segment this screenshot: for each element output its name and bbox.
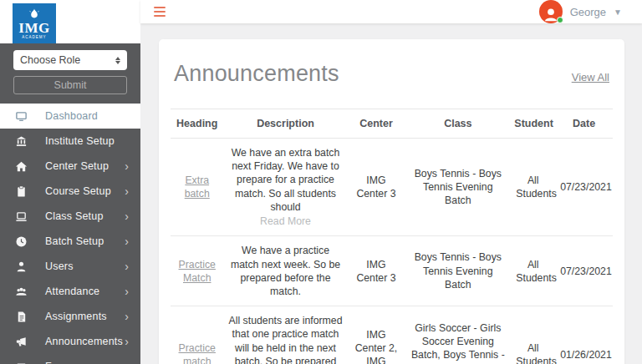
announcement-heading-link[interactable]: Practice match xyxy=(179,342,216,364)
announcement-date: 07/23/2021 xyxy=(555,139,613,236)
main-area: George ▼ Announcements View All HeadingD… xyxy=(140,0,642,364)
bank-icon xyxy=(15,135,28,148)
column-header-date: Date xyxy=(555,109,613,139)
user-icon xyxy=(15,260,28,273)
sidebar-item-institute-setup[interactable]: Institute Setup › xyxy=(0,129,140,154)
logo-strip: IMG ACADEMY xyxy=(0,0,140,43)
avatar xyxy=(539,0,563,23)
role-select-value: Choose Role xyxy=(20,54,80,66)
chevron-right-icon: › xyxy=(125,311,129,322)
megaphone-icon xyxy=(15,336,28,348)
laptop-icon xyxy=(15,210,28,223)
column-header-center: Center xyxy=(348,109,405,139)
monitor-icon xyxy=(15,110,28,123)
group-icon xyxy=(15,286,28,298)
chevron-right-icon: › xyxy=(125,361,129,364)
online-status-dot xyxy=(557,17,563,23)
table-row: Practice Match We have a practice match … xyxy=(171,236,613,306)
announcement-heading-link[interactable]: Extra batch xyxy=(185,174,210,200)
chevron-right-icon: › xyxy=(125,336,129,347)
announcement-description: We have an extra batch next Friday. We h… xyxy=(232,147,340,213)
list-icon xyxy=(15,361,28,364)
sidebar-item-assignments[interactable]: Assignments › xyxy=(0,304,140,329)
read-more-link[interactable]: Read More xyxy=(228,215,342,228)
sidebar-item-dashboard[interactable]: Dashboard › xyxy=(0,104,140,129)
logo-brand-text: IMG xyxy=(18,22,49,35)
table-header-row: HeadingDescriptionCenterClassStudentDate xyxy=(171,109,613,139)
column-header-description: Description xyxy=(223,109,347,139)
page-title: Announcements xyxy=(174,61,339,87)
column-header-class: Class xyxy=(405,109,511,139)
sidebar-item-attendance[interactable]: Attendance › xyxy=(0,279,140,304)
announcement-description: All students are informed that one pract… xyxy=(229,315,343,364)
sidebar-item-fees[interactable]: Fees › xyxy=(0,354,140,364)
chevron-right-icon: › xyxy=(125,210,129,222)
chevron-right-icon: › xyxy=(125,185,129,197)
clock-icon xyxy=(15,235,28,248)
sidebar-item-class-setup[interactable]: Class Setup › xyxy=(0,204,140,229)
column-header-heading: Heading xyxy=(171,109,223,139)
user-menu[interactable]: George ▼ xyxy=(539,0,622,23)
app-window: IMG ACADEMY Choose Role Submit Dashboard… xyxy=(0,0,642,364)
sidebar-item-batch-setup[interactable]: Batch Setup › xyxy=(0,229,140,254)
sidebar-item-center-setup[interactable]: Center Setup › xyxy=(0,154,140,179)
chevron-right-icon: › xyxy=(125,235,129,247)
announcement-center: IMG Center 3 xyxy=(348,139,405,236)
announcement-date: 01/26/2021 xyxy=(555,306,613,364)
chevron-right-icon: › xyxy=(125,286,129,297)
select-spinner-icon xyxy=(115,57,120,64)
submit-button[interactable]: Submit xyxy=(13,76,127,94)
announcement-description: We have a practice match next week. So b… xyxy=(231,245,340,297)
table-row: Practice match All students are informed… xyxy=(171,306,613,364)
announcement-class: Girls Soccer - Girls Soccer Evening Batc… xyxy=(405,306,511,364)
sidebar-menu: Dashboard › Institute Setup › Center Set… xyxy=(0,104,140,364)
view-all-link[interactable]: View All xyxy=(572,71,609,83)
announcements-card: Announcements View All HeadingDescriptio… xyxy=(159,39,624,364)
sidebar-item-users[interactable]: Users › xyxy=(0,254,140,279)
sidebar-item-announcements[interactable]: Announcements › xyxy=(0,329,140,354)
role-select[interactable]: Choose Role xyxy=(13,50,127,70)
chevron-down-icon: ▼ xyxy=(614,8,622,17)
announcement-student: All Students xyxy=(511,306,555,364)
chevron-right-icon: › xyxy=(125,160,129,172)
announcement-student: All Students xyxy=(511,139,555,236)
announcement-center: IMG Center 3 xyxy=(348,236,405,306)
announcements-table: HeadingDescriptionCenterClassStudentDate… xyxy=(171,109,613,364)
role-area: Choose Role Submit xyxy=(0,43,140,99)
sidebar-item-course-setup[interactable]: Course Setup › xyxy=(0,179,140,204)
logo-sub-text: ACADEMY xyxy=(22,35,46,40)
clipboard-icon xyxy=(15,185,28,198)
announcement-center: IMG Center 2, IMG Center 3 xyxy=(348,306,405,364)
hamburger-menu-icon[interactable] xyxy=(150,3,169,21)
announcement-heading-link[interactable]: Practice Match xyxy=(179,259,216,284)
table-row: Extra batch We have an extra batch next … xyxy=(171,139,613,236)
home-icon xyxy=(15,160,28,173)
document-icon xyxy=(15,311,28,323)
user-name: George xyxy=(570,6,606,18)
content-area: Announcements View All HeadingDescriptio… xyxy=(140,23,642,364)
table-body: Extra batch We have an extra batch next … xyxy=(171,139,613,364)
announcement-class: Boys Tennis - Boys Tennis Evening Batch xyxy=(405,139,511,236)
announcement-class: Boys Tennis - Boys Tennis Evening Batch xyxy=(405,236,511,306)
column-header-student: Student xyxy=(511,109,555,139)
announcement-student: All Students xyxy=(511,236,555,306)
chevron-right-icon: › xyxy=(125,260,129,272)
img-academy-logo: IMG ACADEMY xyxy=(13,3,56,43)
topbar: George ▼ xyxy=(140,0,642,23)
announcement-date: 07/23/2021 xyxy=(555,236,613,306)
sidebar: IMG ACADEMY Choose Role Submit Dashboard… xyxy=(0,0,140,364)
